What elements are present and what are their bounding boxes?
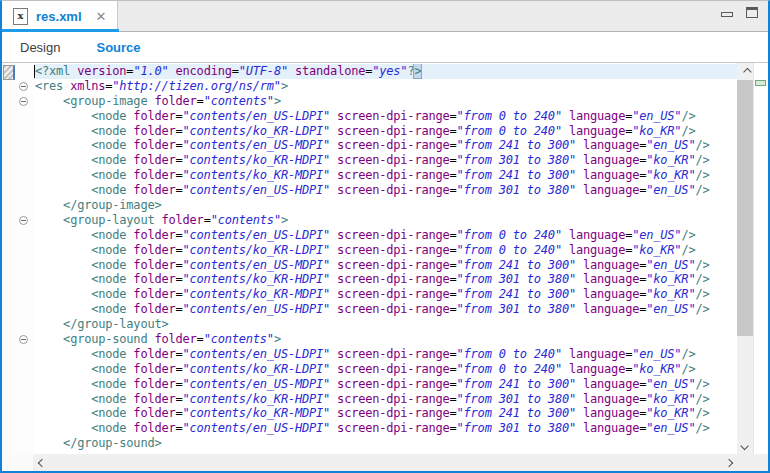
editor-tab-bar: x res.xml ✕ — [2, 1, 768, 32]
code-line[interactable]: <node folder="contents/en_US-MDPI" scree… — [34, 138, 737, 153]
code-line[interactable]: <group-sound folder="contents"> — [34, 332, 737, 347]
annotation-ruler[interactable] — [2, 63, 15, 454]
scrollbar-corner-left — [2, 454, 33, 471]
minimize-icon[interactable] — [721, 12, 733, 17]
vertical-scrollbar[interactable] — [737, 63, 754, 454]
code-line[interactable]: <node folder="contents/ko_KR-HDPI" scree… — [34, 392, 737, 407]
maximize-icon[interactable] — [746, 7, 758, 18]
code-line[interactable]: <node folder="contents/en_US-HDPI" scree… — [34, 421, 737, 436]
code-line[interactable]: </group-image> — [34, 198, 737, 213]
scroll-right-icon[interactable] — [720, 454, 737, 471]
code-line[interactable]: <node folder="contents/en_US-HDPI" scree… — [34, 183, 737, 198]
code-line[interactable]: <node folder="contents/en_US-LDPI" scree… — [34, 228, 737, 243]
view-controls — [721, 7, 758, 18]
code-line[interactable]: </group-sound> — [34, 436, 737, 451]
code-line[interactable]: <node folder="contents/en_US-MDPI" scree… — [34, 377, 737, 392]
fold-collapse-icon[interactable] — [19, 82, 28, 91]
close-icon[interactable]: ✕ — [96, 10, 107, 23]
range-indicator-marker — [3, 65, 15, 80]
tab-design[interactable]: Design — [2, 40, 78, 55]
code-line[interactable]: <res xmlns="http://tizen.org/ns/rm"> — [34, 79, 737, 94]
overview-ruler[interactable] — [753, 63, 768, 454]
vertical-scrollbar-thumb[interactable] — [737, 80, 754, 336]
scroll-left-icon[interactable] — [33, 454, 50, 471]
code-line[interactable]: <group-image folder="contents"> — [34, 94, 737, 109]
code-line[interactable]: <node folder="contents/ko_KR-MDPI" scree… — [34, 168, 737, 183]
editor-window: x res.xml ✕ Design Source <?xml version=… — [0, 0, 770, 473]
code-lines[interactable]: <?xml version="1.0" encoding="UTF-8" sta… — [34, 64, 737, 454]
code-line[interactable]: <node folder="contents/en_US-LDPI" scree… — [34, 109, 737, 124]
code-line[interactable]: <group-layout folder="contents"> — [34, 213, 737, 228]
code-line[interactable]: <node folder="contents/ko_KR-HDPI" scree… — [34, 153, 737, 168]
code-line[interactable]: <?xml version="1.0" encoding="UTF-8" sta… — [34, 64, 737, 79]
fold-collapse-icon[interactable] — [19, 335, 28, 344]
active-tab-underline — [2, 29, 119, 32]
code-line[interactable]: <node folder="contents/ko_KR-MDPI" scree… — [34, 406, 737, 421]
scrollbar-corner — [737, 454, 768, 471]
code-line[interactable]: <node folder="contents/ko_KR-LDPI" scree… — [34, 362, 737, 377]
overview-annotation-marker[interactable] — [755, 80, 766, 86]
scroll-down-icon[interactable] — [737, 437, 754, 454]
xml-file-icon: x — [13, 8, 28, 25]
tab-res-xml[interactable]: x res.xml ✕ — [2, 1, 118, 31]
code-line[interactable]: <node folder="contents/ko_KR-MDPI" scree… — [34, 287, 737, 302]
code-line[interactable]: <node folder="contents/ko_KR-HDPI" scree… — [34, 272, 737, 287]
tab-title: res.xml — [36, 9, 82, 24]
code-line[interactable]: <node folder="contents/en_US-LDPI" scree… — [34, 347, 737, 362]
code-line[interactable]: </group-layout> — [34, 317, 737, 332]
code-line[interactable]: <node folder="contents/en_US-HDPI" scree… — [34, 302, 737, 317]
fold-collapse-icon[interactable] — [19, 216, 28, 225]
code-line[interactable]: <node folder="contents/ko_KR-LDPI" scree… — [34, 243, 737, 258]
source-editor: <?xml version="1.0" encoding="UTF-8" sta… — [2, 63, 768, 471]
folding-column — [15, 63, 34, 454]
scroll-up-icon[interactable] — [737, 63, 754, 80]
design-source-tabs: Design Source — [2, 32, 768, 63]
code-line[interactable]: <node folder="contents/en_US-MDPI" scree… — [34, 258, 737, 273]
fold-collapse-icon[interactable] — [19, 97, 28, 106]
horizontal-scrollbar[interactable] — [33, 454, 737, 471]
tab-source[interactable]: Source — [78, 40, 158, 55]
text-caret — [34, 65, 35, 78]
code-line[interactable]: <node folder="contents/ko_KR-LDPI" scree… — [34, 124, 737, 139]
